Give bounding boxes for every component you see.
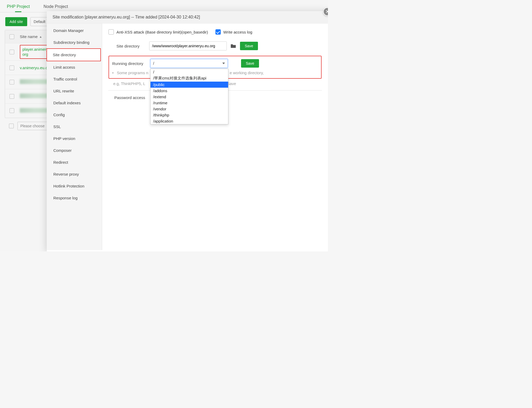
col-sitename[interactable]: Site name bbox=[20, 34, 38, 39]
add-site-button[interactable]: Add site bbox=[5, 17, 27, 26]
sort-caret-icon: ▲ bbox=[39, 35, 42, 38]
dropdown-option[interactable]: /thinkphp bbox=[150, 112, 228, 118]
dropdown-option[interactable]: /addons bbox=[150, 88, 228, 94]
sidebar-item-default-indexes[interactable]: Default indexes bbox=[47, 97, 102, 109]
sidebar-item-php-version[interactable]: PHP version bbox=[47, 133, 102, 144]
project-tabs: PHP Project Node Project bbox=[0, 0, 328, 12]
folder-icon[interactable] bbox=[230, 44, 236, 48]
sidebar-item-domain-manager[interactable]: Domain Manager bbox=[47, 25, 102, 36]
row-checkbox[interactable] bbox=[10, 80, 14, 85]
dropdown-option[interactable]: /vendor bbox=[150, 106, 228, 112]
row-checkbox[interactable] bbox=[10, 108, 14, 113]
sidebar-item-config[interactable]: Config bbox=[47, 109, 102, 121]
save-site-directory-button[interactable]: Save bbox=[240, 42, 258, 50]
modal-sidebar: Domain Manager Subdirectory binding Site… bbox=[47, 24, 102, 250]
site-directory-row: Site directory Save bbox=[109, 41, 322, 50]
sidebar-item-url-rewrite[interactable]: URL rewrite bbox=[47, 85, 102, 97]
running-directory-dropdown: / /苹果cms对接文件选集列表api /public /addons /ext… bbox=[150, 69, 228, 124]
default-button[interactable]: Default bbox=[30, 17, 49, 26]
site-directory-label: Site directory bbox=[109, 44, 145, 48]
sidebar-item-hotlink-protection[interactable]: Hotlink Protection bbox=[47, 180, 102, 192]
row-checkbox[interactable] bbox=[10, 65, 14, 70]
footer-checkbox[interactable] bbox=[9, 124, 14, 128]
running-directory-label: Running directory bbox=[112, 61, 147, 66]
options-row: Anti-XSS attack (Base directory limit)(o… bbox=[109, 29, 322, 35]
blurred-sitename bbox=[20, 93, 49, 98]
running-directory-select[interactable]: / / /苹果cms对接文件选集列表api /public /addons /e… bbox=[150, 59, 228, 68]
batch-action-placeholder: Please choose bbox=[20, 124, 45, 128]
anti-xss-label: Anti-XSS attack (Base directory limit)(o… bbox=[116, 30, 208, 34]
sidebar-item-limit-access[interactable]: Limit access bbox=[47, 61, 102, 73]
dropdown-option[interactable]: /苹果cms对接文件选集列表api bbox=[150, 75, 228, 82]
write-log-label: Write access log bbox=[223, 30, 252, 34]
sidebar-item-redirect[interactable]: Redirect bbox=[47, 156, 102, 168]
dropdown-option[interactable]: / bbox=[150, 69, 228, 75]
sidebar-item-reverse-proxy[interactable]: Reverse proxy bbox=[47, 168, 102, 180]
save-running-directory-button[interactable]: Save bbox=[241, 59, 259, 68]
row-checkbox[interactable] bbox=[10, 50, 14, 54]
running-directory-highlight-box: Running directory / / /苹果cms对接文件选集列表api … bbox=[109, 56, 322, 79]
sidebar-item-site-directory[interactable]: Site directory bbox=[46, 48, 101, 61]
site-directory-input[interactable] bbox=[149, 41, 227, 50]
modal-title: Site modification [player.animeryu.eu.or… bbox=[47, 11, 328, 24]
sidebar-item-response-log[interactable]: Response log bbox=[47, 192, 102, 204]
running-directory-row: Running directory / / /苹果cms对接文件选集列表api … bbox=[112, 59, 318, 68]
dropdown-option[interactable]: /extend bbox=[150, 94, 228, 100]
write-access-log-checkbox[interactable]: Write access log bbox=[215, 29, 252, 35]
dropdown-option-selected[interactable]: /public bbox=[150, 82, 228, 88]
site-modification-modal: ✕ Site modification [player.animeryu.eu.… bbox=[47, 11, 328, 251]
sidebar-item-composer[interactable]: Composer bbox=[47, 144, 102, 156]
note-text-1b: e working directory, bbox=[230, 71, 264, 75]
checkbox-checked-icon bbox=[215, 29, 221, 35]
select-all-checkbox[interactable] bbox=[10, 34, 14, 39]
note-text-2a: e.g, ThinkPHP5, L bbox=[113, 81, 145, 86]
sidebar-item-subdirectory-binding[interactable]: Subdirectory binding bbox=[47, 36, 102, 48]
tab-node-project[interactable]: Node Project bbox=[37, 0, 75, 12]
panel-site-directory: Anti-XSS attack (Base directory limit)(o… bbox=[102, 24, 328, 250]
sidebar-item-traffic-control[interactable]: Traffic control bbox=[47, 73, 102, 85]
note-text-1a: Some programs n bbox=[117, 71, 148, 75]
blurred-sitename bbox=[20, 79, 49, 84]
row-checkbox[interactable] bbox=[10, 94, 14, 99]
sidebar-item-ssl[interactable]: SSL bbox=[47, 121, 102, 133]
dropdown-option[interactable]: /application bbox=[150, 118, 228, 124]
anti-xss-checkbox[interactable]: Anti-XSS attack (Base directory limit)(o… bbox=[109, 29, 208, 35]
tab-php-project[interactable]: PHP Project bbox=[0, 0, 37, 12]
dropdown-option[interactable]: /runtime bbox=[150, 100, 228, 106]
checkbox-unchecked-icon bbox=[109, 29, 114, 35]
password-access-label: Password access bbox=[109, 95, 148, 100]
note-bullet-icon bbox=[112, 71, 116, 75]
running-directory-value: / bbox=[153, 61, 154, 65]
blurred-sitename bbox=[20, 108, 49, 113]
